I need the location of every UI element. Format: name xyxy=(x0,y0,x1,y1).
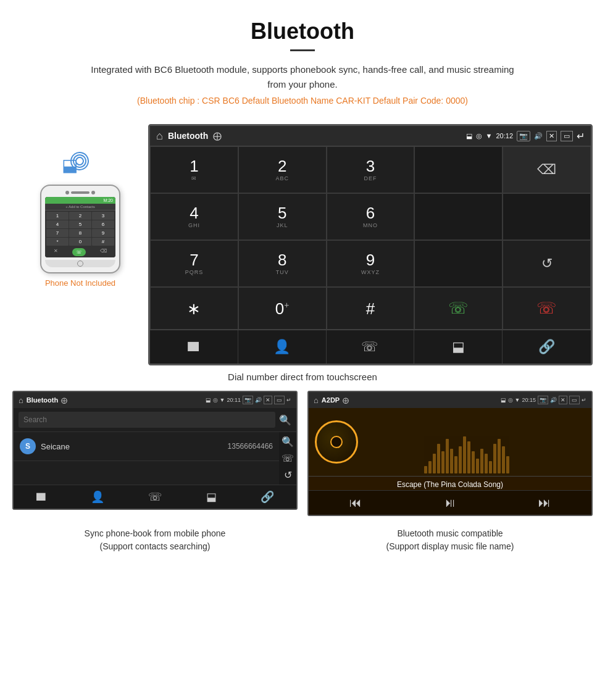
bluetooth-status-icon: ⬓ xyxy=(466,132,472,140)
dial-key-1[interactable]: 1 ✉ xyxy=(150,146,238,193)
contact-phone: 13566664466 xyxy=(228,442,273,451)
a2dp-screen: ⌂ A2DP ⨁ ⬓ ◎ ▼ 20:15 📷 🔊 ✕ ▭ ↵ xyxy=(307,391,593,516)
pb-bottom-contacts-icon[interactable]: 👤 xyxy=(91,490,104,504)
pb-title: Bluetooth xyxy=(27,396,58,404)
bluetooth-signal-graphic: ⬓ xyxy=(62,149,99,180)
pb-home-icon[interactable]: ⌂ xyxy=(19,396,23,405)
a2dp-caption-line1: Bluetooth music compatible xyxy=(397,528,503,538)
phonebook-screen: ⌂ Bluetooth ⨁ ⬓ ◎ ▼ 20:11 📷 🔊 ✕ ▭ ↵ xyxy=(12,391,298,510)
bottom-screens-row: ⌂ Bluetooth ⨁ ⬓ ◎ ▼ 20:11 📷 🔊 ✕ ▭ ↵ xyxy=(0,391,605,516)
a2dp-content-area: ♫ xyxy=(309,408,591,476)
pb-right-search-icon[interactable]: 🔍 xyxy=(282,436,294,448)
page-title: Bluetooth xyxy=(12,19,593,44)
a2dp-time: 20:15 xyxy=(522,397,536,403)
a2dp-loc-icon: ◎ xyxy=(508,397,513,403)
dialpad-screen-area: ⌂ Bluetooth ⨁ ⬓ ◎ ▼ 20:12 📷 🔊 ✕ ▭ ↵ xyxy=(148,124,593,365)
dialpad-screen: ⌂ Bluetooth ⨁ ⬓ ◎ ▼ 20:12 📷 🔊 ✕ ▭ ↵ xyxy=(148,124,593,365)
contact-name: Seicane xyxy=(41,442,223,451)
a2dp-caption-line2: (Support display music file name) xyxy=(386,541,514,551)
pb-right-call-icon[interactable]: ☏ xyxy=(282,452,294,464)
pb-scr-icon: ▭ xyxy=(274,396,285,404)
time-display: 20:12 xyxy=(496,132,513,140)
dial-key-5[interactable]: 5 JKL xyxy=(238,193,327,240)
dial-key-9[interactable]: 9 WXYZ xyxy=(327,240,415,287)
a2dp-title: A2DP xyxy=(322,396,340,404)
volume-icon[interactable]: 🔊 xyxy=(534,132,543,140)
pb-bottom-bt-icon[interactable]: ⬓ xyxy=(206,490,217,504)
phonebook-caption-line2: (Support contacts searching) xyxy=(100,541,211,551)
dial-key-hash[interactable]: # xyxy=(327,287,415,330)
redial-button[interactable]: ↺ xyxy=(503,240,591,287)
dial-key-0[interactable]: 0+ xyxy=(238,287,327,330)
pb-back-icon[interactable]: ↵ xyxy=(286,397,291,403)
a2dp-scr-icon: ▭ xyxy=(569,396,580,404)
call-button[interactable]: ☏ xyxy=(414,287,503,330)
next-track-button[interactable]: ⏭ xyxy=(538,496,551,510)
title-divider xyxy=(290,49,315,51)
screen-icon: ▭ xyxy=(561,131,573,141)
phonebook-caption: Sync phone-book from mobile phone (Suppo… xyxy=(12,527,298,553)
phonebook-caption-line1: Sync phone-book from mobile phone xyxy=(85,528,226,538)
pb-sig-icon: ▼ xyxy=(220,397,225,403)
pb-bottom-bar: ⯀ 👤 ☏ ⬓ 🔗 xyxy=(14,485,296,509)
page-description: Integrated with BC6 Bluetooth module, su… xyxy=(86,62,519,92)
a2dp-sig-icon: ▼ xyxy=(515,397,520,403)
location-icon: ◎ xyxy=(476,132,482,140)
dial-key-8[interactable]: 8 TUV xyxy=(238,240,327,287)
dial-key-7[interactable]: 7 PQRS xyxy=(150,240,238,287)
contacts-icon[interactable]: 👤 xyxy=(238,330,327,364)
dial-key-3[interactable]: 3 DEF xyxy=(327,146,415,193)
pb-status-bar: ⌂ Bluetooth ⨁ ⬓ ◎ ▼ 20:11 📷 🔊 ✕ ▭ ↵ xyxy=(14,392,296,408)
a2dp-controls: ⏮ ⏯ ⏭ xyxy=(309,490,591,515)
a2dp-vol-icon[interactable]: 🔊 xyxy=(550,397,557,403)
dialpad-bottom-bar: ⯀ 👤 ☏ ⬓ 🔗 xyxy=(150,330,591,364)
a2dp-status-bar: ⌂ A2DP ⨁ ⬓ ◎ ▼ 20:15 📷 🔊 ✕ ▭ ↵ xyxy=(309,392,591,408)
bottom-captions: Sync phone-book from mobile phone (Suppo… xyxy=(0,522,605,565)
pb-vol-icon[interactable]: 🔊 xyxy=(255,397,262,403)
usb-icon: ⨁ xyxy=(213,131,222,141)
call-log-icon[interactable]: ☏ xyxy=(327,330,415,364)
dialpad-grid-icon[interactable]: ⯀ xyxy=(150,330,238,364)
pb-bottom-link-icon[interactable]: 🔗 xyxy=(261,490,274,504)
settings-link-icon[interactable]: 🔗 xyxy=(503,330,591,364)
backspace-button[interactable]: ⌫ xyxy=(503,146,591,193)
close-icon[interactable]: ✕ xyxy=(546,131,557,141)
back-icon[interactable]: ↵ xyxy=(577,130,585,142)
dialpad-status-bar: ⌂ Bluetooth ⨁ ⬓ ◎ ▼ 20:12 📷 🔊 ✕ ▭ ↵ xyxy=(150,126,591,146)
camera-icon: 📷 xyxy=(517,131,530,141)
phone-illustration-area: ⬓ M:20 + Add to Contacts 123 456 789 xyxy=(12,124,148,288)
play-pause-button[interactable]: ⏯ xyxy=(444,496,456,510)
pb-time: 20:11 xyxy=(227,397,241,403)
pb-cam-icon: 📷 xyxy=(243,396,253,404)
pb-search-icon[interactable]: 🔍 xyxy=(279,414,291,426)
pb-contact-row[interactable]: S Seicane 13566664466 xyxy=(14,432,279,461)
bluetooth-bt-icon[interactable]: ⬓ xyxy=(414,330,503,364)
pb-search-input[interactable] xyxy=(19,412,275,428)
dial-key-4[interactable]: 4 GHI xyxy=(150,193,238,240)
dial-key-6[interactable]: 6 MNO xyxy=(327,193,415,240)
a2dp-bt-icon: ⬓ xyxy=(501,397,506,403)
dial-display xyxy=(414,146,503,193)
dialpad-grid: 1 ✉ 2 ABC 3 DEF ⌫ 4 GHI xyxy=(150,146,591,330)
pb-contacts-with-icons: S Seicane 13566664466 🔍 ☏ ↺ xyxy=(14,432,296,485)
dial-empty-2 xyxy=(414,193,503,240)
home-icon[interactable]: ⌂ xyxy=(156,130,163,143)
end-call-button[interactable]: ☏ xyxy=(503,287,591,330)
a2dp-home-icon[interactable]: ⌂ xyxy=(314,396,319,405)
pb-close-icon[interactable]: ✕ xyxy=(264,396,272,404)
pb-bottom-phone-icon[interactable]: ☏ xyxy=(148,490,162,504)
a2dp-close-icon[interactable]: ✕ xyxy=(559,396,567,404)
album-art: ♫ xyxy=(315,420,358,464)
prev-track-button[interactable]: ⏮ xyxy=(349,496,362,510)
dial-key-star[interactable]: ∗ xyxy=(150,287,238,330)
dial-key-2[interactable]: 2 ABC xyxy=(238,146,327,193)
dialpad-screen-title: Bluetooth xyxy=(168,131,208,141)
dial-empty-4 xyxy=(414,240,503,287)
pb-bottom-grid-icon[interactable]: ⯀ xyxy=(36,491,47,504)
pb-right-refresh-icon[interactable]: ↺ xyxy=(284,469,292,481)
phonebook-screen-wrapper: ⌂ Bluetooth ⨁ ⬓ ◎ ▼ 20:11 📷 🔊 ✕ ▭ ↵ xyxy=(12,391,298,516)
signal-icon: ▼ xyxy=(486,132,493,140)
album-inner-ring xyxy=(330,436,343,448)
pb-right-icons: 🔍 ☏ ↺ xyxy=(279,432,296,485)
a2dp-back-icon[interactable]: ↵ xyxy=(582,397,586,403)
